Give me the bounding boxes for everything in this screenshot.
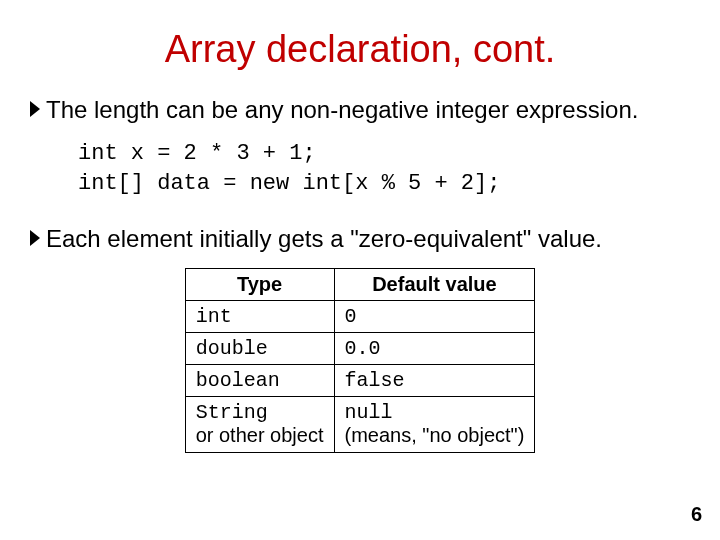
table-header-row: Type Default value (185, 269, 535, 301)
slide: Array declaration, cont. The length can … (0, 0, 720, 463)
header-value: Default value (334, 269, 535, 301)
bullet-1-text: The length can be any non-negative integ… (46, 95, 638, 125)
cell-value: false (334, 365, 535, 397)
cell-type: String or other object (185, 397, 334, 453)
cell-type: int (185, 301, 334, 333)
bullet-2: Each element initially gets a "zero-equi… (30, 224, 690, 254)
svg-marker-1 (30, 230, 40, 246)
header-type: Type (185, 269, 334, 301)
cell-type: boolean (185, 365, 334, 397)
cell-type-note: or other object (196, 424, 324, 446)
defaults-table: Type Default value int 0 double 0.0 bool… (185, 268, 536, 453)
code-example: int x = 2 * 3 + 1; int[] data = new int[… (78, 139, 690, 198)
bullet-1: The length can be any non-negative integ… (30, 95, 690, 125)
table-row: int 0 (185, 301, 535, 333)
svg-marker-0 (30, 101, 40, 117)
cell-value: 0.0 (334, 333, 535, 365)
cell-value-note: (means, "no object") (345, 424, 525, 446)
cell-type: double (185, 333, 334, 365)
cell-value-code: null (345, 401, 393, 424)
table-row: boolean false (185, 365, 535, 397)
bullet-2-text: Each element initially gets a "zero-equi… (46, 224, 602, 254)
cell-value: 0 (334, 301, 535, 333)
play-bullet-icon (30, 230, 42, 246)
cell-value: null (means, "no object") (334, 397, 535, 453)
table-row: double 0.0 (185, 333, 535, 365)
table-row: String or other object null (means, "no … (185, 397, 535, 453)
play-bullet-icon (30, 101, 42, 117)
slide-title: Array declaration, cont. (30, 28, 690, 71)
cell-type-code: String (196, 401, 268, 424)
page-number: 6 (691, 503, 702, 526)
